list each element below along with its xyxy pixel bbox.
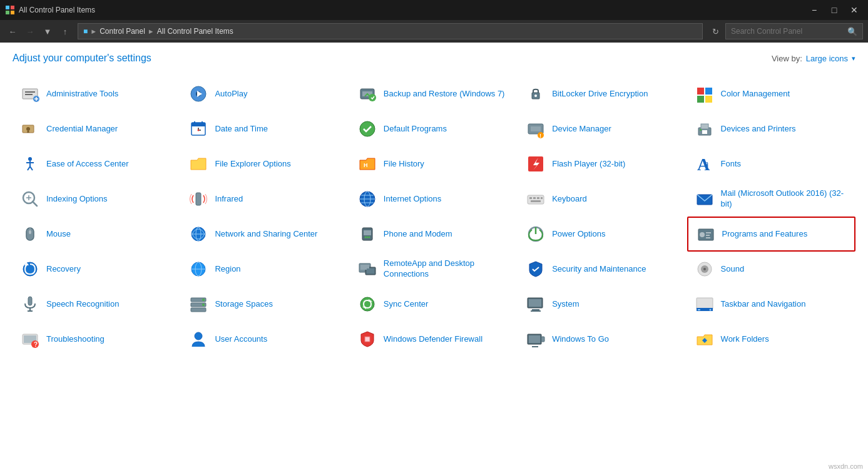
windows-defender-label[interactable]: Windows Defender Firewall (384, 334, 483, 345)
recent-button[interactable]: ▼ (40, 24, 55, 39)
svg-point-79 (700, 232, 705, 237)
grid-item-autoplay[interactable]: AutoPlay (181, 76, 349, 111)
mouse-label[interactable]: Mouse (46, 229, 71, 240)
remoteapp-label[interactable]: RemoteApp and Desktop Connections (384, 258, 511, 280)
view-by-control: View by: Large icons ▾ (772, 54, 855, 63)
breadcrumb-control-panel[interactable]: Control Panel (100, 27, 145, 36)
backup-restore-label[interactable]: Backup and Restore (Windows 7) (384, 89, 505, 100)
grid-item-fonts[interactable]: AaFonts (687, 146, 855, 181)
grid-item-security-maintenance[interactable]: Security and Maintenance (518, 252, 687, 287)
system-label[interactable]: System (552, 299, 579, 310)
troubleshooting-label[interactable]: Troubleshooting (46, 334, 105, 345)
grid-item-ease-of-access[interactable]: Ease of Access Center (13, 146, 181, 181)
grid-item-recovery[interactable]: Recovery (13, 252, 181, 287)
infrared-icon (188, 189, 208, 209)
windows-to-go-label[interactable]: Windows To Go (552, 334, 609, 345)
storage-spaces-label[interactable]: Storage Spaces (215, 299, 273, 310)
programs-features-label[interactable]: Programs and Features (722, 229, 808, 240)
sync-center-label[interactable]: Sync Center (384, 299, 429, 310)
grid-item-default-programs[interactable]: Default Programs (350, 111, 518, 146)
autoplay-label[interactable]: AutoPlay (215, 89, 247, 100)
mail-label[interactable]: Mail (Microsoft Outlook 2016) (32-bit) (721, 188, 848, 210)
view-by-chevron-icon[interactable]: ▾ (852, 54, 855, 63)
minimize-button[interactable]: − (805, 3, 823, 17)
grid-item-infrared[interactable]: Infrared (181, 181, 349, 217)
default-programs-label[interactable]: Default Programs (384, 124, 447, 135)
svg-rect-81 (706, 235, 710, 236)
infrared-label[interactable]: Infrared (215, 194, 243, 205)
administrative-tools-label[interactable]: Administrative Tools (46, 89, 118, 100)
grid-item-bitlocker[interactable]: BitLocker Drive Encryption (518, 76, 687, 111)
grid-item-taskbar-navigation[interactable]: Taskbar and Navigation (687, 287, 855, 322)
grid-item-windows-defender[interactable]: Windows Defender Firewall (350, 322, 518, 357)
sound-label[interactable]: Sound (721, 264, 745, 275)
color-management-label[interactable]: Color Management (721, 89, 790, 100)
grid-item-phone-modem[interactable]: Phone and Modem (350, 217, 518, 252)
search-box[interactable]: 🔍 (725, 23, 863, 39)
speech-recognition-label[interactable]: Speech Recognition (46, 299, 119, 310)
close-button[interactable]: ✕ (845, 3, 863, 17)
user-accounts-label[interactable]: User Accounts (215, 334, 267, 345)
grid-item-power-options[interactable]: Power Options (518, 217, 687, 252)
grid-item-devices-printers[interactable]: Devices and Printers (687, 111, 855, 146)
forward-button[interactable]: → (23, 24, 38, 39)
grid-item-keyboard[interactable]: Keyboard (518, 181, 687, 217)
refresh-button[interactable]: ↻ (708, 24, 723, 39)
file-history-label[interactable]: File History (384, 159, 424, 170)
grid-item-remoteapp[interactable]: RemoteApp and Desktop Connections (350, 252, 518, 287)
grid-item-speech-recognition[interactable]: Speech Recognition (13, 287, 181, 322)
grid-item-mail[interactable]: Mail (Microsoft Outlook 2016) (32-bit) (687, 181, 855, 217)
breadcrumb-bar[interactable]: ■ ► Control Panel ► All Control Panel It… (78, 23, 703, 39)
grid-item-region[interactable]: Region (181, 252, 349, 287)
device-manager-label[interactable]: Device Manager (552, 124, 611, 135)
grid-item-internet-options[interactable]: Internet Options (350, 181, 518, 217)
grid-item-network-sharing[interactable]: Network and Sharing Center (181, 217, 349, 252)
region-label[interactable]: Region (215, 264, 240, 275)
bitlocker-label[interactable]: BitLocker Drive Encryption (552, 89, 648, 100)
grid-item-sync-center[interactable]: Sync Center (350, 287, 518, 322)
grid-item-mouse[interactable]: Mouse (13, 217, 181, 252)
phone-modem-label[interactable]: Phone and Modem (384, 229, 452, 240)
grid-item-file-explorer-options[interactable]: File Explorer Options (181, 146, 349, 181)
search-icon[interactable]: 🔍 (847, 27, 857, 36)
fonts-label[interactable]: Fonts (721, 159, 742, 170)
search-input[interactable] (731, 27, 847, 36)
grid-item-windows-to-go[interactable]: Windows To Go (518, 322, 687, 357)
grid-item-system[interactable]: System (518, 287, 687, 322)
power-options-label[interactable]: Power Options (552, 229, 605, 240)
network-sharing-label[interactable]: Network and Sharing Center (215, 229, 317, 240)
view-by-value[interactable]: Large icons (806, 54, 848, 63)
up-button[interactable]: ↑ (58, 24, 73, 39)
taskbar-navigation-label[interactable]: Taskbar and Navigation (721, 299, 806, 310)
grid-item-storage-spaces[interactable]: Storage Spaces (181, 287, 349, 322)
grid-item-flash-player[interactable]: Flash Player (32-bit) (518, 146, 687, 181)
grid-item-credential-manager[interactable]: Credential Manager (13, 111, 181, 146)
grid-item-color-management[interactable]: Color Management (687, 76, 855, 111)
flash-player-label[interactable]: Flash Player (32-bit) (552, 159, 625, 170)
file-explorer-options-label[interactable]: File Explorer Options (215, 159, 290, 170)
internet-options-label[interactable]: Internet Options (384, 194, 442, 205)
grid-item-device-manager[interactable]: !Device Manager (518, 111, 687, 146)
grid-item-date-time[interactable]: Date and Time (181, 111, 349, 146)
grid-item-user-accounts[interactable]: User Accounts (181, 322, 349, 357)
grid-item-file-history[interactable]: HFile History (350, 146, 518, 181)
devices-printers-label[interactable]: Devices and Printers (721, 124, 796, 135)
date-time-label[interactable]: Date and Time (215, 124, 268, 135)
grid-item-work-folders[interactable]: Work Folders (687, 322, 855, 357)
grid-item-backup-restore[interactable]: Backup and Restore (Windows 7) (350, 76, 518, 111)
ease-of-access-label[interactable]: Ease of Access Center (46, 159, 129, 170)
indexing-options-label[interactable]: Indexing Options (46, 194, 108, 205)
grid-item-administrative-tools[interactable]: Administrative Tools (13, 76, 181, 111)
credential-manager-label[interactable]: Credential Manager (46, 124, 118, 135)
recovery-label[interactable]: Recovery (46, 264, 81, 275)
back-button[interactable]: ← (5, 24, 20, 39)
maximize-button[interactable]: □ (825, 3, 843, 17)
grid-item-programs-features[interactable]: Programs and Features (687, 217, 855, 252)
grid-item-indexing-options[interactable]: Indexing Options (13, 181, 181, 217)
grid-item-sound[interactable]: Sound (687, 252, 855, 287)
work-folders-label[interactable]: Work Folders (721, 334, 769, 345)
security-maintenance-label[interactable]: Security and Maintenance (552, 264, 646, 275)
breadcrumb-all-items[interactable]: All Control Panel Items (157, 27, 233, 36)
keyboard-label[interactable]: Keyboard (552, 194, 587, 205)
grid-item-troubleshooting[interactable]: ?Troubleshooting (13, 322, 181, 357)
